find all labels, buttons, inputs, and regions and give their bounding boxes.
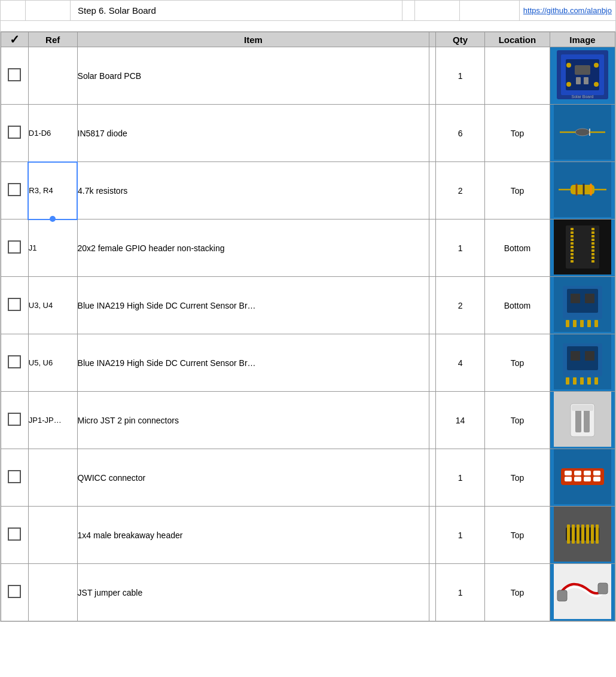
github-link[interactable]: https://github.com/alanbjo xyxy=(519,1,615,21)
svg-rect-83 xyxy=(572,524,575,544)
svg-rect-60 xyxy=(566,377,569,385)
ref-cell: R3, R4 xyxy=(28,162,77,219)
checkbox[interactable] xyxy=(8,355,21,368)
svg-rect-87 xyxy=(591,524,594,544)
ref-cell xyxy=(28,449,77,507)
qty-cell: 2 xyxy=(436,277,485,334)
checkbox[interactable] xyxy=(8,527,21,541)
svg-rect-91 xyxy=(598,583,608,594)
svg-rect-72 xyxy=(565,471,572,475)
checkbox-cell xyxy=(1,564,29,621)
table-row: R3, R44.7k resistors2Top xyxy=(1,162,615,219)
svg-rect-77 xyxy=(574,477,581,481)
svg-rect-68 xyxy=(584,408,590,432)
header-check: ✓ xyxy=(1,32,29,47)
qty-cell: 6 xyxy=(436,105,485,162)
svg-rect-48 xyxy=(571,294,580,303)
svg-rect-28 xyxy=(591,231,594,234)
image-cell xyxy=(550,449,615,507)
svg-rect-37 xyxy=(571,249,574,252)
svg-rect-76 xyxy=(565,477,572,481)
image-cell xyxy=(550,219,615,277)
svg-rect-75 xyxy=(593,471,600,475)
location-cell: Top xyxy=(484,334,550,392)
svg-point-4 xyxy=(594,63,599,68)
ref-cell xyxy=(28,564,77,621)
svg-rect-86 xyxy=(586,524,589,544)
svg-rect-74 xyxy=(584,471,591,475)
checkbox-cell xyxy=(1,392,29,449)
spacer-cell xyxy=(429,392,436,449)
svg-rect-32 xyxy=(591,239,594,241)
ref-cell: U3, U4 xyxy=(28,277,77,334)
title-row: Step 6. Solar Board https://github.com/a… xyxy=(1,1,616,21)
table-row: U3, U4Blue INA219 High Side DC Current S… xyxy=(1,277,615,334)
table-header-row: ✓ Ref Item Qty Location Image xyxy=(1,32,615,47)
image-cell xyxy=(550,507,615,564)
svg-rect-39 xyxy=(571,253,574,255)
svg-rect-73 xyxy=(574,471,581,475)
spacer-cell xyxy=(429,105,436,162)
table-row: 1x4 male breakaway header1Top xyxy=(1,507,615,564)
checkbox-cell xyxy=(1,507,29,564)
checkbox[interactable] xyxy=(8,126,21,139)
svg-rect-44 xyxy=(591,260,594,263)
table-row: JP1-JP…Micro JST 2 pin connectors14Top xyxy=(1,392,615,449)
svg-rect-82 xyxy=(567,524,570,544)
checkbox[interactable] xyxy=(8,183,21,196)
svg-rect-31 xyxy=(571,239,574,241)
image-cell xyxy=(550,392,615,449)
item-cell: Blue INA219 High Side DC Current Sensor … xyxy=(77,277,429,334)
svg-rect-38 xyxy=(591,249,594,252)
svg-rect-25 xyxy=(571,228,574,230)
top-qty xyxy=(414,1,459,21)
item-cell: Micro JST 2 pin connectors xyxy=(77,392,429,449)
top-left-cell xyxy=(1,1,26,21)
spacer-cell xyxy=(429,277,436,334)
item-cell: JST jumper cable xyxy=(77,564,429,621)
checkbox[interactable] xyxy=(8,68,21,81)
svg-rect-9 xyxy=(584,77,588,84)
svg-rect-59 xyxy=(585,351,594,361)
item-cell: 1x4 male breakaway header xyxy=(77,507,429,564)
checkbox[interactable] xyxy=(8,298,21,311)
ref-cell: U5, U6 xyxy=(28,334,77,392)
svg-rect-35 xyxy=(571,246,574,248)
image-cell xyxy=(550,334,615,392)
checkbox[interactable] xyxy=(8,413,21,426)
header-ref: Ref xyxy=(28,32,77,47)
table-row: U5, U6Blue INA219 High Side DC Current S… xyxy=(1,334,615,392)
page-title: Step 6. Solar Board xyxy=(71,1,402,21)
item-cell: QWICC connector xyxy=(77,449,429,507)
item-cell: 4.7k resistors xyxy=(77,162,429,219)
outer-wrapper: Step 6. Solar Board https://github.com/a… xyxy=(0,0,616,622)
svg-rect-64 xyxy=(594,377,598,385)
svg-point-5 xyxy=(566,82,571,87)
svg-text:Solar Board: Solar Board xyxy=(571,94,593,99)
checkbox-cell xyxy=(1,334,29,392)
item-cell: Blue INA219 High Side DC Current Sensor … xyxy=(77,334,429,392)
edit-indicator xyxy=(50,216,56,222)
spacer-cell xyxy=(429,47,436,105)
checkbox[interactable] xyxy=(8,585,21,598)
svg-rect-88 xyxy=(596,524,599,544)
top-spacer xyxy=(402,1,414,21)
location-cell: Top xyxy=(484,392,550,449)
qty-cell: 1 xyxy=(436,507,485,564)
table-row: Solar Board PCB1 Solar Board xyxy=(1,47,615,105)
checkbox[interactable] xyxy=(8,470,21,483)
svg-rect-27 xyxy=(571,231,574,234)
qty-cell: 1 xyxy=(436,449,485,507)
svg-rect-90 xyxy=(557,590,567,601)
svg-rect-43 xyxy=(571,260,574,263)
svg-rect-84 xyxy=(577,524,580,544)
location-cell: Top xyxy=(484,507,550,564)
svg-rect-78 xyxy=(584,477,591,481)
svg-rect-50 xyxy=(566,320,569,327)
svg-rect-40 xyxy=(591,253,594,255)
svg-rect-42 xyxy=(591,257,594,259)
qty-cell: 14 xyxy=(436,392,485,449)
svg-rect-58 xyxy=(571,351,580,361)
checkbox[interactable] xyxy=(8,240,21,254)
svg-rect-36 xyxy=(591,246,594,248)
